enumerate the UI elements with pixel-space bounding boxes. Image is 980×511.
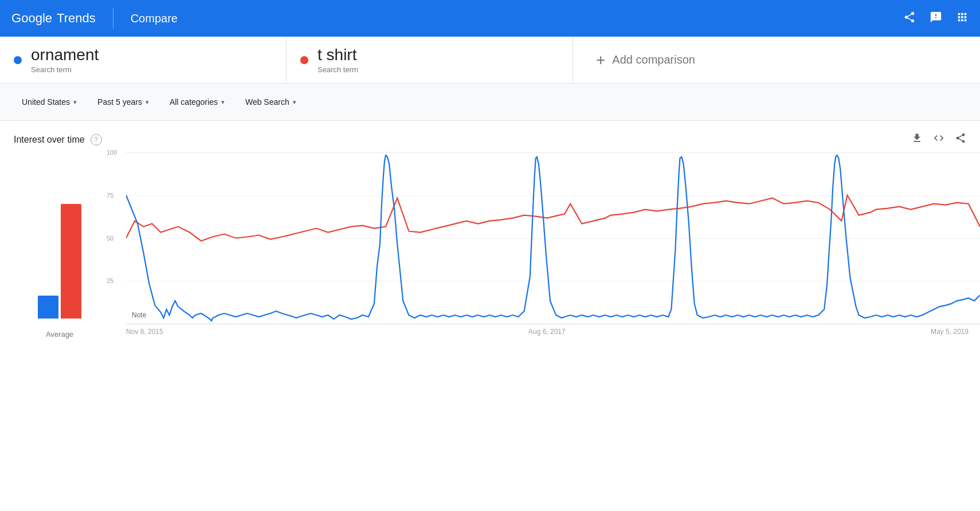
- header-icons: [903, 11, 969, 26]
- add-plus-icon: +: [596, 51, 605, 69]
- time-arrow: ▾: [146, 99, 149, 106]
- add-comparison-label: Add comparison: [612, 53, 695, 66]
- avg-label: Average: [46, 330, 73, 339]
- chart-title: Interest over time: [14, 135, 85, 145]
- help-icon[interactable]: ?: [91, 134, 102, 146]
- feedback-icon[interactable]: [930, 11, 942, 26]
- x-label-2: Aug 6, 2017: [528, 328, 566, 336]
- trends-label: Trends: [57, 11, 96, 26]
- chart-title-row: Interest over time ?: [14, 134, 102, 146]
- chart-section: Interest over time ? Average: [0, 121, 980, 356]
- term2-info: t shirt Search term: [317, 46, 358, 74]
- google-logo-text: Google: [11, 11, 52, 26]
- apps-icon[interactable]: [956, 11, 969, 26]
- avg-section: Average: [14, 152, 105, 339]
- red-line: [126, 195, 980, 241]
- search-type-filter[interactable]: Web Search ▾: [237, 93, 304, 111]
- grid-area: 100 75 50 25 Note: [126, 152, 980, 324]
- chart-header: Interest over time ?: [0, 121, 980, 152]
- chart-container: Average 100 75 50 25: [0, 152, 980, 344]
- trend-chart-svg: [126, 152, 980, 324]
- note-label: Note: [132, 311, 146, 319]
- location-filter[interactable]: United States ▾: [14, 93, 85, 111]
- time-filter[interactable]: Past 5 years ▾: [89, 93, 157, 111]
- term1-name: ornament: [31, 46, 99, 64]
- categories-label: All categories: [170, 97, 218, 107]
- grid-line-0: [126, 324, 980, 324]
- term2-box[interactable]: t shirt Search term: [287, 37, 573, 83]
- y-label-25: 25: [107, 277, 113, 284]
- filters-row: United States ▾ Past 5 years ▾ All categ…: [0, 84, 980, 121]
- x-label-1: Nov 8, 2015: [126, 328, 163, 336]
- categories-arrow: ▾: [221, 99, 225, 106]
- x-label-3: May 5, 2019: [931, 328, 969, 336]
- chart-wrapper: 100 75 50 25 Note: [105, 152, 980, 339]
- download-icon[interactable]: [911, 132, 923, 147]
- term2-dot: [300, 56, 308, 64]
- y-label-50: 50: [107, 235, 113, 242]
- term1-type: Search term: [31, 65, 99, 74]
- term1-dot: [14, 56, 22, 64]
- y-label-100: 100: [107, 149, 117, 156]
- search-bar: ornament Search term t shirt Search term…: [0, 37, 980, 84]
- categories-filter[interactable]: All categories ▾: [162, 93, 233, 111]
- share-chart-icon[interactable]: [955, 132, 966, 147]
- help-text: ?: [94, 136, 98, 144]
- header-divider: [113, 8, 113, 29]
- term2-type: Search term: [317, 65, 358, 74]
- term2-name: t shirt: [317, 46, 358, 64]
- embed-icon[interactable]: [933, 132, 944, 147]
- chart-actions: [911, 132, 966, 147]
- blue-line: [126, 155, 980, 321]
- logo: Google Trends: [11, 11, 96, 26]
- avg-bars: [38, 158, 81, 330]
- header: Google Trends Compare: [0, 0, 980, 37]
- compare-label: Compare: [131, 12, 178, 25]
- add-comparison-box[interactable]: + Add comparison: [573, 37, 980, 83]
- term1-box[interactable]: ornament Search term: [0, 37, 287, 83]
- avg-bar-red: [61, 204, 81, 319]
- time-label: Past 5 years: [97, 97, 142, 107]
- location-arrow: ▾: [73, 99, 77, 106]
- search-type-arrow: ▾: [293, 99, 296, 106]
- search-type-label: Web Search: [245, 97, 289, 107]
- location-label: United States: [22, 97, 70, 107]
- y-label-75: 75: [107, 192, 113, 199]
- avg-bar-blue: [38, 296, 58, 319]
- x-axis: Nov 8, 2015 Aug 6, 2017 May 5, 2019: [105, 324, 969, 336]
- share-icon[interactable]: [903, 11, 916, 26]
- term1-info: ornament Search term: [31, 46, 99, 74]
